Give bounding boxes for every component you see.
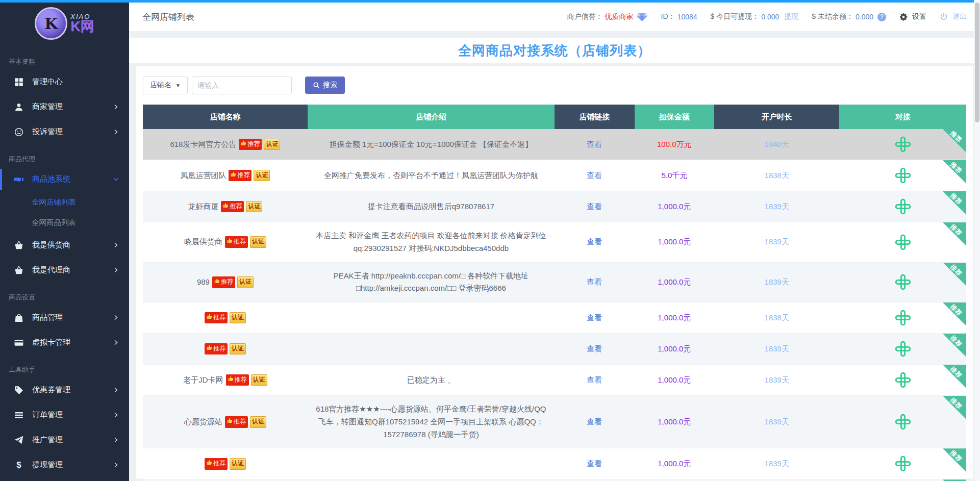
guarantee-amount: 1,000.0元 bbox=[635, 396, 715, 448]
thumb-up-icon bbox=[227, 417, 233, 427]
connect-icon[interactable] bbox=[895, 310, 911, 326]
shop-name-cell: 989推荐认证 bbox=[143, 263, 308, 302]
recommend-badge: 推荐 bbox=[205, 312, 228, 324]
sidebar-item[interactable]: 商家管理 bbox=[0, 94, 129, 119]
logo-text-big: K网 bbox=[70, 20, 94, 34]
unsettled-value: 0.000 bbox=[856, 13, 873, 21]
sidebar-item[interactable]: 优惠券管理 bbox=[0, 377, 129, 402]
view-link[interactable]: 查看 bbox=[587, 374, 602, 387]
sidebar-item[interactable]: 商户园地 bbox=[0, 477, 129, 481]
table-row: 心愿货源站推荐认证618官方推荐★★★----心愿货源站、何平金鹰/王者荣誉/穿… bbox=[143, 396, 966, 448]
sidebar-item-label: 优惠券管理 bbox=[32, 385, 70, 395]
guarantee-amount: 1,000.0元 bbox=[635, 191, 715, 222]
bag-icon bbox=[14, 313, 23, 322]
sidebar-item[interactable]: 管理中心 bbox=[0, 69, 129, 94]
title-band: 全网商品对接系统（店铺列表） bbox=[129, 38, 980, 63]
sidebar-item[interactable]: 推广管理 bbox=[0, 427, 129, 452]
recommend-badge: 推荐 bbox=[226, 374, 249, 386]
connect-icon[interactable] bbox=[895, 455, 911, 472]
merchant-id: ID： 10084 bbox=[661, 12, 697, 21]
account-age: 1839天 bbox=[765, 276, 789, 289]
sidebar-item[interactable]: 我是供货商 bbox=[0, 233, 129, 258]
chevron-right-icon bbox=[113, 462, 119, 468]
withdraw-link[interactable]: 提现 bbox=[784, 12, 798, 21]
content-card: 店铺名 ▼ 搜索 店铺名称店铺介绍店铺链接担保金额开户时长对接 618发卡网官方… bbox=[136, 66, 973, 478]
sidebar-item[interactable]: 商品池系统 bbox=[0, 167, 129, 192]
view-link[interactable]: 查看 bbox=[587, 200, 602, 213]
shop-name: 凤凰运营团队 bbox=[180, 169, 226, 182]
table-row: 989推荐认证PEAK王者 http://peaknb.cccpan.com/□… bbox=[143, 263, 966, 303]
sidebar: K XIAO K网 基本资料管理中心商家管理投诉管理商品代理商品池系统全网店铺列… bbox=[0, 0, 129, 481]
shop-intro-cell: 全网推广免费发布，否则平台不予通过！凤凰运营团队为你护航 bbox=[308, 160, 555, 191]
view-link[interactable]: 查看 bbox=[587, 138, 602, 151]
question-icon[interactable]: ? bbox=[877, 13, 886, 21]
thumb-up-icon bbox=[228, 375, 234, 385]
account-age: 1839天 bbox=[765, 374, 789, 387]
account-age-cell: 1839天 bbox=[714, 334, 839, 364]
shop-intro-cell bbox=[308, 334, 555, 364]
recommend-badge-label: 推荐 bbox=[234, 237, 246, 247]
view-link[interactable]: 查看 bbox=[587, 312, 602, 324]
sidebar-item[interactable]: 投诉管理 bbox=[0, 119, 129, 144]
power-icon bbox=[940, 13, 948, 21]
view-link[interactable]: 查看 bbox=[587, 236, 602, 248]
shop-name-cell: 凤凰运营团队推荐认证 bbox=[143, 160, 308, 191]
tags-icon bbox=[14, 386, 23, 395]
verified-badge: 认证 bbox=[230, 312, 246, 324]
shop-name: 老于JD卡网 bbox=[183, 374, 223, 387]
connect-icon[interactable] bbox=[895, 372, 911, 388]
sidebar-section-label: 商品代理 bbox=[0, 144, 129, 167]
connect-icon[interactable] bbox=[895, 234, 911, 250]
view-link[interactable]: 查看 bbox=[587, 416, 602, 428]
shop-name-cell: 618发卡网官方公告推荐认证 bbox=[143, 129, 308, 160]
list-icon bbox=[14, 411, 23, 420]
search-input[interactable] bbox=[192, 76, 292, 94]
view-link[interactable]: 查看 bbox=[587, 458, 602, 470]
search-icon bbox=[313, 82, 320, 89]
connect-icon[interactable] bbox=[895, 136, 911, 153]
sidebar-item[interactable]: $提现管理 bbox=[0, 452, 129, 477]
account-age-cell: 1839天 bbox=[714, 191, 839, 222]
view-link[interactable]: 查看 bbox=[587, 276, 602, 289]
account-age-cell: 1839天 bbox=[714, 222, 839, 262]
chevron-right-icon bbox=[113, 267, 119, 273]
connect-icon[interactable] bbox=[895, 167, 911, 184]
view-link[interactable]: 查看 bbox=[587, 343, 602, 356]
settings-button[interactable]: 设置 bbox=[899, 12, 926, 21]
table-row: 老于JD卡网推荐认证已稳定为主 、查看1,000.0元1839天推荐 bbox=[143, 365, 966, 396]
connect-icon[interactable] bbox=[895, 341, 911, 357]
thumb-up-icon bbox=[241, 139, 246, 149]
sidebar-item-label: 我是供货商 bbox=[32, 240, 70, 250]
thumb-up-icon bbox=[223, 201, 229, 212]
credit-value: 优质商家 bbox=[605, 12, 634, 21]
sidebar-item[interactable]: 虚拟卡管理 bbox=[0, 330, 129, 355]
chevron-right-icon bbox=[113, 387, 119, 393]
connect-icon[interactable] bbox=[895, 198, 911, 215]
shop-link-cell: 查看 bbox=[555, 191, 635, 222]
account-age: 1839天 bbox=[765, 416, 789, 428]
guarantee-amount: 1,000.0元 bbox=[635, 365, 715, 395]
search-button[interactable]: 搜索 bbox=[305, 77, 345, 94]
sidebar-subitem[interactable]: 全网店铺列表 bbox=[0, 192, 129, 212]
sidebar-item-label: 我是代理商 bbox=[32, 265, 70, 275]
recommend-badge-label: 推荐 bbox=[230, 201, 242, 212]
verified-badge: 认证 bbox=[254, 170, 270, 182]
sidebar-item[interactable]: 我是代理商 bbox=[0, 258, 129, 283]
system-title: 全网商品对接系统（店铺列表） bbox=[458, 42, 651, 60]
sidebar-subitem[interactable]: 全网商品列表 bbox=[0, 212, 129, 233]
recommend-badge: 推荐 bbox=[205, 343, 228, 355]
sidebar-item[interactable]: 商品管理 bbox=[0, 305, 129, 330]
table-row: 推荐认证查看1,000.0元1839天推荐 bbox=[143, 448, 966, 479]
connect-icon[interactable] bbox=[895, 274, 911, 290]
shop-name-cell: 心愿货源站推荐认证 bbox=[143, 396, 308, 448]
scrollbar-thumb[interactable] bbox=[975, 3, 979, 122]
connect-icon[interactable] bbox=[895, 414, 911, 430]
shop-intro-cell: 担保金额 1元=100保证金 10元=1000保证金 【保证金不退】 bbox=[308, 129, 555, 160]
today-value: 0.000 bbox=[761, 13, 779, 21]
logout-button[interactable]: 退出 bbox=[940, 12, 967, 21]
view-link[interactable]: 查看 bbox=[587, 169, 602, 182]
search-field-select[interactable]: 店铺名 ▼ bbox=[143, 76, 188, 94]
sidebar-item[interactable]: 订单管理 bbox=[0, 402, 129, 427]
vertical-scrollbar[interactable] bbox=[974, 0, 980, 481]
chevron-right-icon bbox=[113, 412, 119, 418]
